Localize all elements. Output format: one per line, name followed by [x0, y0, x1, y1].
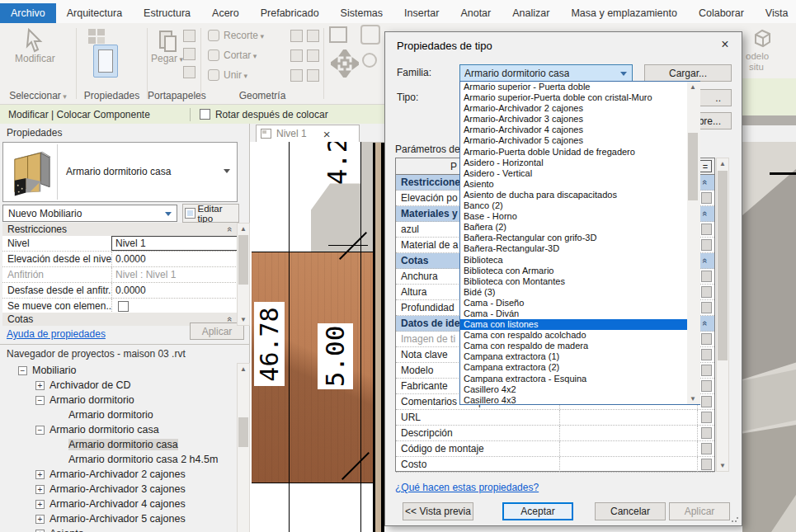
associate-param-button[interactable]: [701, 239, 712, 251]
properties-button[interactable]: [93, 45, 118, 78]
dropdown-item[interactable]: Biblioteca con Armario: [460, 266, 687, 276]
scroll-thumb[interactable]: [688, 133, 698, 200]
associate-param-button[interactable]: [701, 427, 712, 439]
tree-expander-icon[interactable]: [35, 485, 45, 494]
dropdown-item[interactable]: Cama - Diván: [460, 308, 687, 319]
tree-item[interactable]: Armario dormitorio: [0, 407, 236, 422]
dropdown-item[interactable]: Cama con respaldo de madera: [460, 341, 687, 351]
align-icon[interactable]: [329, 26, 347, 43]
tree-expander-icon[interactable]: [35, 500, 45, 509]
coping-icon[interactable]: [290, 30, 303, 42]
dropdown-item[interactable]: Asiento: [460, 179, 687, 190]
section-restricciones[interactable]: Restricciones «: [2, 223, 238, 236]
ok-button[interactable]: Aceptar: [502, 502, 573, 520]
associate-param-button[interactable]: [701, 443, 712, 454]
menu-item[interactable]: Anotar: [450, 3, 502, 23]
tree-item[interactable]: Armario-Archivador 5 cajones: [0, 511, 236, 526]
scroll-up-icon[interactable]: ▲: [717, 158, 728, 169]
parameter-row[interactable]: Código de montaje «: [396, 441, 714, 457]
associate-param-button[interactable]: [701, 302, 712, 313]
dropdown-item[interactable]: Armario-Puerta doble Unidad de fregadero: [460, 147, 687, 158]
associate-param-button[interactable]: [701, 224, 712, 235]
tree-item[interactable]: Armario dormitorio casa: [0, 422, 236, 437]
edit-type-button[interactable]: Editar tipo: [182, 204, 239, 223]
preview-button[interactable]: << Vista previa: [403, 502, 473, 520]
dropdown-item[interactable]: Casillero 4x3: [460, 395, 687, 404]
associate-param-button[interactable]: [701, 192, 712, 204]
tree-expander-icon[interactable]: [35, 426, 45, 435]
associate-param-button[interactable]: [701, 333, 712, 345]
dropdown-item[interactable]: Asidero - Horizontal: [460, 158, 687, 168]
dropdown-item[interactable]: Base - Horno: [460, 211, 687, 222]
scroll-up-icon[interactable]: ▲: [687, 82, 699, 92]
menu-item[interactable]: Masa y emplazamiento: [560, 3, 688, 23]
parameter-value-cell[interactable]: [559, 410, 697, 425]
copy-icon[interactable]: [183, 48, 195, 60]
type-selector-chevron-icon[interactable]: [224, 169, 230, 173]
parameter-value-cell[interactable]: [559, 426, 697, 440]
menu-item[interactable]: Insertar: [393, 3, 450, 23]
menu-item[interactable]: Vista: [755, 3, 796, 23]
wall-joins-icon[interactable]: [307, 49, 319, 62]
dropdown-item[interactable]: Bidé (3): [460, 287, 687, 298]
dropdown-item[interactable]: Armario-Archivador 3 cajones: [460, 114, 687, 125]
cut-icon[interactable]: [183, 30, 195, 42]
scroll-up-icon[interactable]: ▲: [238, 364, 249, 374]
menu-item[interactable]: Sistemas: [330, 3, 393, 23]
tree-expander-icon[interactable]: [18, 366, 27, 375]
tree-item[interactable]: Armario-Archivador 2 cajones: [0, 467, 236, 482]
dropdown-item[interactable]: Campana extractora (2): [460, 362, 687, 373]
offset-icon[interactable]: [360, 25, 380, 45]
split-icon[interactable]: [290, 69, 303, 82]
dropdown-item[interactable]: Bañera (2): [460, 222, 687, 233]
demolish-icon[interactable]: [307, 30, 319, 42]
properties-help-link[interactable]: Ayuda de propiedades: [7, 328, 106, 340]
tree-item[interactable]: Mobiliario: [0, 363, 236, 378]
scroll-thumb[interactable]: [238, 417, 248, 447]
dropdown-item[interactable]: Armario-Archivador 5 cajones: [460, 135, 687, 146]
dropdown-item[interactable]: Asidero - Vertical: [460, 168, 687, 179]
property-row[interactable]: Anfitrión Nivel : Nivel 1: [2, 267, 238, 283]
dropdown-item[interactable]: Armario-Archivador 4 cajones: [460, 125, 687, 135]
tree-item[interactable]: Archivador de CD: [0, 378, 236, 393]
associate-param-button[interactable]: [701, 349, 712, 360]
associate-param-button[interactable]: [701, 396, 712, 407]
model-in-situ-icon[interactable]: [751, 26, 774, 49]
properties-group-label[interactable]: Propiedades: [77, 90, 147, 101]
browser-scrollbar[interactable]: ▲: [237, 363, 250, 532]
view-tab-close-icon[interactable]: ×: [323, 128, 331, 140]
tree-item[interactable]: Armario dormitorio: [0, 393, 236, 407]
table-scrollbar[interactable]: ▲ ▼: [716, 158, 729, 472]
tree-expander-icon[interactable]: [35, 381, 45, 390]
familia-combo[interactable]: Armario dormitorio casa: [459, 64, 633, 82]
geometry-item[interactable]: Recorte: [208, 30, 264, 41]
paste-button[interactable]: Pegar: [151, 28, 183, 64]
menu-item[interactable]: Analizar: [502, 3, 560, 23]
associate-param-button[interactable]: [701, 271, 712, 282]
associate-param-button[interactable]: [701, 459, 712, 470]
dropdown-item[interactable]: Armario superior - Puerta doble: [460, 82, 687, 92]
property-checkbox[interactable]: [118, 301, 129, 312]
dropdown-item[interactable]: Cama con listones: [460, 319, 687, 330]
associate-param-button[interactable]: [701, 365, 712, 376]
dropdown-scrollbar[interactable]: ▲ ▼: [687, 82, 700, 404]
dropdown-item[interactable]: Campana extractora (1): [460, 351, 687, 362]
associate-param-button[interactable]: [701, 286, 712, 298]
property-row[interactable]: Elevación desde el nivel 0.0000: [2, 252, 238, 267]
dropdown-item[interactable]: Bañera-Rectangular-3D: [460, 243, 687, 254]
tree-item[interactable]: Armario-Archivador 3 cajones: [0, 482, 236, 497]
associate-param-button[interactable]: [701, 380, 712, 392]
dialog-apply-button[interactable]: Aplicar: [669, 502, 730, 520]
scroll-thumb[interactable]: [238, 235, 248, 285]
tree-item[interactable]: Asiento: [0, 526, 236, 532]
dropdown-item[interactable]: Armario superior-Puerta doble con crista…: [460, 92, 687, 103]
dialog-close-icon[interactable]: ×: [717, 37, 733, 54]
scroll-down-icon[interactable]: ▼: [687, 393, 699, 404]
dropdown-item[interactable]: Asiento de ducha para discapacitados: [460, 190, 687, 200]
property-row[interactable]: Nivel Nivel 1: [2, 236, 238, 252]
menu-item[interactable]: Colaborar: [688, 3, 755, 23]
match-properties-icon[interactable]: [183, 66, 195, 78]
rotate-icon[interactable]: [362, 53, 377, 68]
dropdown-item[interactable]: Bañera-Rectangular con grifo-3D: [460, 233, 687, 243]
menu-item[interactable]: Acero: [201, 3, 250, 23]
